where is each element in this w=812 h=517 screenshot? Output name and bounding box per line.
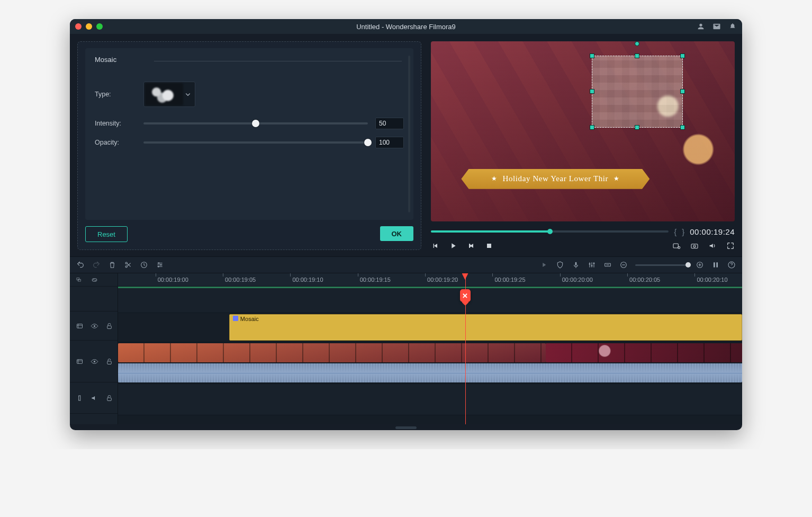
redo-button[interactable]	[92, 261, 101, 269]
star-icon: ★	[491, 175, 498, 183]
link-icon[interactable]	[90, 275, 98, 284]
svg-rect-12	[589, 263, 591, 264]
timeline-toolbar	[70, 256, 742, 273]
mark-in-icon[interactable]: {	[674, 227, 676, 236]
marker-button[interactable]	[556, 261, 564, 269]
quality-settings-icon[interactable]	[672, 242, 681, 250]
track-type-video-icon	[75, 357, 84, 366]
ruler-tick: 00:00:20:10	[694, 273, 727, 286]
resize-handle-ne[interactable]	[680, 54, 685, 58]
effect-track[interactable]: Mosaic	[118, 313, 742, 342]
audio-track[interactable]	[118, 384, 742, 415]
chevron-down-icon	[183, 90, 193, 99]
ruler-tick: 00:00:20:05	[627, 273, 660, 286]
notifications-icon[interactable]	[728, 22, 737, 31]
track-type-audio-icon	[75, 394, 84, 402]
svg-point-27	[93, 360, 95, 362]
video-track[interactable]	[118, 342, 742, 384]
render-preview-button[interactable]	[540, 261, 548, 269]
resize-handle-nw[interactable]	[590, 54, 594, 58]
opacity-input[interactable]: 100	[375, 137, 404, 148]
intensity-input[interactable]: 50	[375, 118, 404, 129]
maximize-window-button[interactable]	[96, 23, 103, 30]
preview-scrubber[interactable]	[431, 230, 669, 233]
video-preview[interactable]: ★ Holiday New Year Lower Thir ★	[431, 41, 735, 221]
track-area[interactable]: 00:00:19:0000:00:19:0500:00:19:1000:00:1…	[118, 273, 742, 424]
ruler-tick: 00:00:19:25	[492, 273, 525, 286]
play-button[interactable]	[449, 242, 457, 250]
speed-button[interactable]	[140, 261, 148, 269]
resize-handle-sw[interactable]	[590, 125, 594, 130]
account-icon[interactable]	[697, 22, 705, 31]
resize-handle-se[interactable]	[680, 125, 685, 130]
panel-scrollbar[interactable]	[408, 56, 410, 212]
resize-handle-s[interactable]	[635, 125, 639, 130]
video-clip-1[interactable]	[118, 343, 546, 362]
svg-rect-26	[77, 359, 82, 363]
effect-track-header	[70, 311, 118, 341]
ruler-tick: 00:00:20:00	[560, 273, 593, 286]
video-track-header	[70, 341, 118, 382]
preview-frame	[431, 41, 735, 221]
mail-icon[interactable]	[712, 22, 721, 31]
time-ruler[interactable]: 00:00:19:0000:00:19:0500:00:19:1000:00:1…	[118, 273, 742, 287]
svg-point-24	[93, 325, 95, 326]
manual-zoom-button[interactable]	[711, 261, 720, 269]
opacity-slider[interactable]	[143, 141, 368, 144]
mosaic-region[interactable]	[592, 56, 683, 128]
mosaic-type-dropdown[interactable]	[143, 82, 195, 107]
lower-third-title: ★ Holiday New Year Lower Thir ★	[461, 169, 649, 189]
resize-handle-n[interactable]	[635, 54, 639, 58]
track-visibility-toggle[interactable]	[90, 322, 98, 330]
svg-rect-19	[716, 262, 718, 267]
track-type-overlay-icon	[75, 322, 84, 330]
delete-button[interactable]	[108, 261, 116, 269]
voiceover-button[interactable]	[572, 261, 580, 269]
media-link-icon[interactable]	[75, 275, 84, 284]
svg-point-4	[693, 245, 696, 247]
resize-handle-e[interactable]	[680, 89, 685, 94]
mark-out-icon[interactable]: }	[682, 227, 684, 236]
close-window-button[interactable]	[75, 23, 82, 30]
volume-icon[interactable]	[708, 242, 717, 250]
audio-mixer-button[interactable]	[588, 261, 596, 269]
track-visibility-toggle[interactable]	[90, 357, 98, 366]
zoom-in-button[interactable]	[696, 261, 704, 269]
step-forward-button[interactable]	[467, 242, 475, 250]
zoom-out-button[interactable]	[619, 261, 628, 269]
fullscreen-icon[interactable]	[726, 242, 735, 250]
minimize-window-button[interactable]	[86, 23, 92, 30]
intensity-label: Intensity:	[95, 120, 136, 127]
zoom-slider[interactable]	[635, 264, 688, 266]
help-button[interactable]	[727, 261, 736, 269]
undo-button[interactable]	[76, 261, 85, 269]
intensity-slider[interactable]	[143, 122, 368, 124]
step-back-button[interactable]	[431, 242, 439, 250]
resize-handle-w[interactable]	[590, 89, 594, 94]
fit-timeline-button[interactable]	[603, 261, 612, 269]
split-button[interactable]	[124, 261, 132, 269]
track-headers	[70, 273, 118, 424]
track-lock-toggle[interactable]	[105, 394, 113, 402]
ok-button[interactable]: OK	[380, 226, 414, 241]
linked-audio-clip[interactable]	[118, 363, 742, 382]
adjust-button[interactable]	[156, 261, 164, 269]
mosaic-effect-clip[interactable]: Mosaic	[229, 314, 742, 341]
track-lock-toggle[interactable]	[105, 357, 113, 366]
timeline: 00:00:19:0000:00:19:0500:00:19:1000:00:1…	[70, 273, 742, 424]
svg-point-10	[158, 266, 159, 268]
track-lock-toggle[interactable]	[105, 322, 113, 330]
audio-track-header	[70, 382, 118, 414]
svg-rect-3	[691, 244, 698, 248]
snapshot-icon[interactable]	[690, 242, 699, 250]
divider	[154, 61, 402, 61]
svg-rect-1	[673, 244, 678, 248]
panel-resize-handle[interactable]	[395, 426, 417, 429]
reset-button[interactable]: Reset	[85, 226, 128, 242]
stop-button[interactable]	[485, 242, 493, 250]
effect-badge-icon	[233, 316, 238, 321]
opacity-label: Opacity:	[95, 139, 136, 146]
video-clip-2[interactable]	[546, 343, 742, 362]
svg-rect-23	[77, 324, 82, 328]
track-mute-toggle[interactable]	[90, 394, 98, 402]
